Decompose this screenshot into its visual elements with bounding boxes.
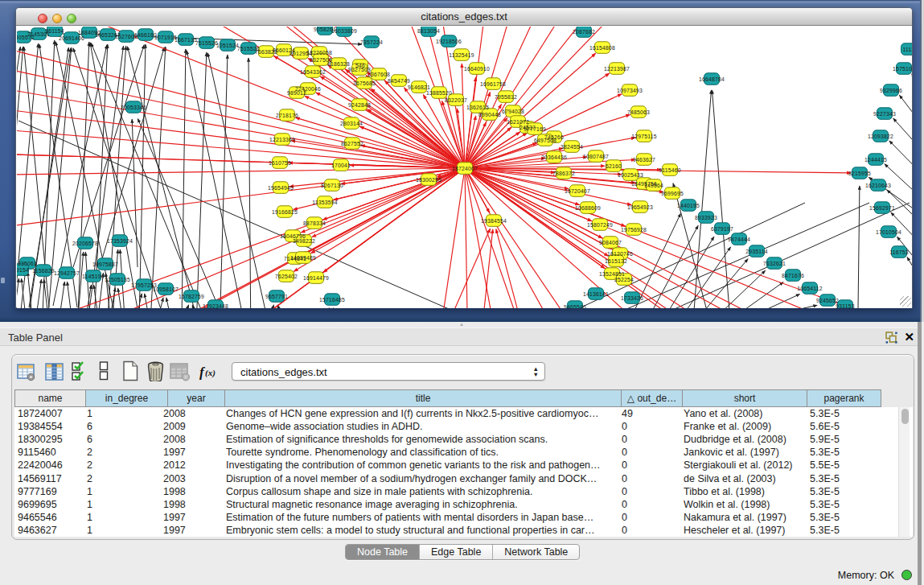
svg-text:19166825: 19166825	[272, 209, 298, 215]
svg-text:12975115: 12975115	[631, 134, 656, 139]
svg-text:10688609: 10688609	[575, 205, 601, 211]
svg-text:9115460: 9115460	[659, 167, 680, 173]
svg-text:12213987: 12213987	[604, 66, 630, 72]
svg-text:3675685: 3675685	[353, 80, 376, 86]
svg-text:16961758: 16961758	[480, 81, 506, 87]
svg-text:9465546: 9465546	[564, 304, 586, 309]
svg-text:12093822: 12093822	[868, 134, 893, 139]
svg-text:961154: 961154	[45, 28, 64, 34]
svg-text:1244415: 1244415	[864, 157, 887, 163]
svg-text:7357224: 7357224	[360, 39, 383, 45]
svg-text:9777169: 9777169	[524, 126, 546, 132]
svg-text:149564: 149564	[644, 183, 663, 188]
svg-text:12213369: 12213369	[269, 137, 295, 142]
svg-text:19654945: 19654945	[268, 185, 294, 191]
svg-text:6466160: 6466160	[134, 32, 157, 38]
svg-text:6794028: 6794028	[502, 109, 524, 114]
svg-text:2935114: 2935114	[745, 249, 767, 254]
svg-text:8990448: 8990448	[478, 112, 501, 117]
svg-text:1621072: 1621072	[507, 119, 529, 125]
svg-text:16154808: 16154808	[589, 45, 615, 51]
svg-text:6497568: 6497568	[534, 138, 556, 143]
svg-text:7485063: 7485063	[627, 109, 650, 115]
svg-text:252254: 252254	[614, 277, 634, 282]
svg-text:2367608: 2367608	[368, 72, 390, 77]
svg-text:8267130: 8267130	[321, 183, 343, 188]
svg-text:1440195: 1440195	[677, 203, 700, 208]
svg-text:8454749: 8454749	[388, 78, 410, 84]
svg-text:1112: 1112	[903, 47, 912, 52]
svg-text:9242848: 9242848	[348, 102, 371, 108]
svg-text:15716485: 15716485	[319, 297, 345, 303]
svg-text:7886372: 7886372	[552, 171, 575, 176]
svg-text:989012: 989012	[287, 90, 306, 96]
svg-text:20206578: 20206578	[72, 241, 98, 246]
svg-text:12942757: 12942757	[54, 270, 80, 276]
svg-text:170041: 170041	[331, 163, 351, 168]
svg-text:1051524: 1051524	[216, 43, 239, 48]
svg-text:3498222: 3498222	[293, 238, 315, 244]
svg-text:15692971: 15692971	[869, 205, 895, 211]
svg-text:10958107: 10958107	[153, 286, 179, 292]
svg-text:10654112: 10654112	[797, 286, 822, 291]
svg-text:14136141: 14136141	[583, 291, 609, 297]
svg-text:39154: 39154	[17, 267, 29, 273]
svg-text:11353594: 11353594	[312, 200, 337, 205]
svg-text:8471676: 8471676	[782, 273, 804, 278]
svg-text:17010504: 17010504	[876, 229, 901, 235]
svg-text:16914479: 16914479	[303, 275, 329, 281]
svg-text:10973493: 10973493	[617, 88, 643, 93]
svg-text:8878334: 8878334	[303, 220, 326, 226]
svg-text:16120746: 16120746	[607, 251, 633, 257]
svg-text:16782759: 16782759	[179, 294, 204, 299]
svg-text:17353924: 17353924	[107, 238, 133, 244]
svg-text:9245652: 9245652	[816, 298, 839, 303]
svg-text:8215955: 8215955	[848, 171, 871, 176]
svg-text:19384554: 19384554	[481, 218, 507, 224]
svg-text:2087682: 2087682	[573, 29, 595, 35]
svg-text:11325419: 11325419	[449, 52, 474, 58]
svg-text:16210643: 16210643	[865, 183, 891, 188]
svg-text:1615132: 1615132	[605, 258, 627, 264]
svg-text:1156829: 1156829	[32, 268, 54, 274]
svg-text:7632621: 7632621	[763, 261, 786, 266]
svg-text:20691406: 20691406	[59, 35, 84, 41]
svg-text:931153: 931153	[836, 303, 854, 309]
svg-text:9329966: 9329966	[880, 88, 902, 93]
svg-text:9657791: 9657791	[265, 294, 288, 299]
svg-text:62160: 62160	[606, 163, 622, 169]
svg-text:12923448: 12923448	[203, 303, 228, 309]
svg-text:1145194: 1145194	[82, 274, 104, 279]
svg-text:16648784: 16648784	[699, 76, 725, 82]
svg-text:9227343: 9227343	[873, 111, 896, 117]
svg-text:1667135: 1667135	[175, 37, 197, 43]
svg-text:8322037: 8322037	[445, 97, 467, 103]
svg-text:1071915: 1071915	[154, 35, 177, 40]
svg-text:9699695: 9699695	[661, 191, 684, 196]
svg-text:14099489: 14099489	[290, 255, 316, 261]
svg-text:9463627: 9463627	[633, 157, 655, 163]
svg-text:16543362: 16543362	[300, 69, 326, 75]
svg-text:9474444: 9474444	[728, 237, 750, 242]
svg-text:10025433: 10025433	[618, 172, 643, 178]
svg-text:12505135: 12505135	[105, 277, 130, 282]
svg-text:8933923: 8933923	[695, 215, 717, 220]
svg-text:8186328: 8186328	[327, 61, 350, 67]
svg-text:(x): (x)	[205, 368, 216, 378]
svg-text:1575107: 1575107	[893, 66, 912, 72]
svg-text:18724007: 18724007	[452, 166, 478, 171]
svg-text:19218506: 19218506	[436, 39, 462, 44]
svg-text:1610755: 1610755	[269, 160, 291, 166]
svg-text:20364436: 20364436	[541, 154, 567, 160]
svg-text:20053346: 20053346	[121, 105, 146, 110]
svg-text:2803144: 2803144	[340, 121, 363, 126]
svg-text:8627552: 8627552	[341, 141, 363, 146]
svg-text:16033809: 16033809	[331, 28, 357, 34]
svg-text:7515526: 7515526	[195, 40, 218, 46]
svg-text:7955812: 7955812	[495, 94, 517, 100]
svg-text:1733426: 1733426	[621, 295, 643, 301]
svg-text:18300295: 18300295	[416, 177, 441, 183]
svg-text:3824554: 3824554	[561, 144, 583, 150]
svg-text:15720407: 15720407	[565, 188, 590, 194]
svg-text:835061: 835061	[18, 261, 37, 266]
